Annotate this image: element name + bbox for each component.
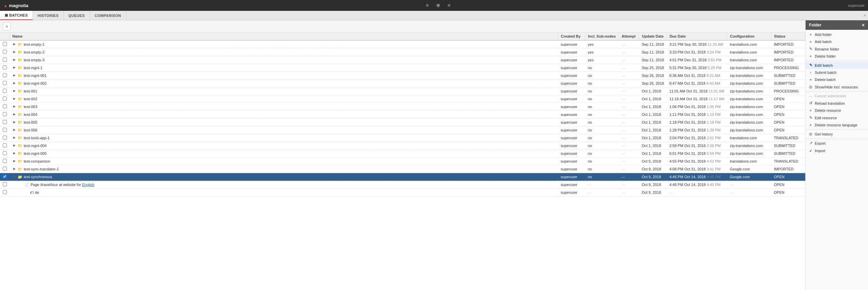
col-header-due[interactable]: Due Date — [667, 33, 727, 40]
table-row[interactable]: ▶📁test-comparisonsuperuserno—Oct 5, 2018… — [0, 158, 805, 165]
row-attempt: — — [619, 56, 639, 64]
table-row[interactable]: ▶📁test-006superuserno—Oct 1, 20181:28 PM… — [0, 126, 805, 134]
tab-close[interactable]: × — [863, 11, 868, 20]
expand-button[interactable]: ▶ — [12, 42, 16, 46]
row-checkbox[interactable] — [3, 42, 7, 46]
row-checkbox[interactable] — [3, 81, 7, 85]
row-checkbox[interactable] — [3, 167, 7, 171]
tab-histories[interactable]: HISTORIES — [33, 11, 64, 20]
menu-item-get-history[interactable]: ◎Get history — [806, 130, 868, 138]
tools-icon[interactable]: ✳ — [425, 3, 429, 8]
expand-button[interactable]: ▶ — [12, 128, 16, 132]
expand-button[interactable]: ▶ — [12, 167, 16, 171]
menu-item-add-batch[interactable]: +Add batch — [806, 38, 868, 45]
table-row[interactable]: ▶📁test-sync-translator-1superuserno—Oct … — [0, 165, 805, 173]
row-checkbox[interactable] — [3, 65, 7, 69]
table-row[interactable]: ▶📁test-mgnl-001superuserno—Sep 26, 20188… — [0, 72, 805, 80]
table-row[interactable]: 🏷desuperuser——Oct 9, 2018——OPEN — [0, 189, 805, 196]
col-header-name[interactable]: Name — [9, 33, 558, 40]
menu-item-delete-resource-language[interactable]: ×Delete resource language — [806, 122, 868, 129]
asterisk-icon[interactable]: ✳ — [447, 3, 451, 8]
row-status: OPEN — [771, 103, 805, 111]
col-header-created[interactable]: Created By — [558, 33, 585, 40]
expand-button[interactable]: ▶ — [12, 144, 16, 148]
row-checkbox[interactable] — [3, 159, 7, 163]
menu-item-delete-batch[interactable]: ×Delete batch — [806, 76, 868, 83]
row-checkbox[interactable] — [3, 174, 7, 179]
row-checkbox[interactable] — [3, 73, 7, 77]
due-time2: 2:01 PM — [707, 136, 721, 140]
menu-item-edit-resource[interactable]: ✎Edit resource — [806, 114, 868, 122]
table-row[interactable]: ▶📁test-mgnl-1superuserno—Sep 25, 20185:3… — [0, 64, 805, 72]
expand-button[interactable]: ▶ — [12, 97, 16, 101]
expand-button[interactable]: ▶ — [12, 136, 16, 140]
row-checkbox[interactable] — [3, 97, 7, 101]
menu-item-delete-resource[interactable]: ×Delete resource — [806, 107, 868, 114]
add-item-button[interactable]: + — [3, 22, 11, 30]
menu-item-add-folder[interactable]: +Add folder — [806, 31, 868, 38]
row-checkbox[interactable] — [3, 112, 7, 116]
flower-icon[interactable]: ✾ — [436, 3, 440, 8]
col-header-config[interactable]: Configuration — [727, 33, 771, 40]
row-checkbox[interactable] — [3, 104, 7, 108]
table-row[interactable]: ▶📁test-001superuserno—Oct 1, 201811:01 A… — [0, 87, 805, 95]
menu-item-submit-batch[interactable]: ↑Submit batch — [806, 69, 868, 76]
col-header-update[interactable]: Update Date — [639, 33, 667, 40]
table-row[interactable]: ▶📁test-mgnl-002superuserno—Sep 26, 20188… — [0, 80, 805, 87]
table-row[interactable]: ▶📁test-empty-2superuseryes—Sep 11, 20183… — [0, 48, 805, 56]
row-checkbox[interactable] — [3, 128, 7, 132]
row-checkbox[interactable] — [3, 143, 7, 147]
menu-item-delete-folder[interactable]: ×Delete folder — [806, 53, 868, 60]
tab-batches[interactable]: ▦ BATCHES — [0, 11, 33, 20]
table-row[interactable]: ▶📁test-002superuserno—Oct 1, 201811:18 A… — [0, 95, 805, 103]
expand-button[interactable]: ▶ — [12, 89, 16, 93]
menu-item-rename-folder[interactable]: ✎Rename folder — [806, 45, 868, 53]
expand-button[interactable]: ▶ — [12, 105, 16, 109]
row-update-date: Sep 26, 2018 — [639, 80, 667, 87]
row-checkbox[interactable] — [3, 50, 7, 54]
table-row[interactable]: ▶📁test-mgnl-004superuserno—Oct 1, 20182:… — [0, 142, 805, 150]
menu-item-export[interactable]: ↗Export — [806, 140, 868, 147]
row-checkbox[interactable] — [3, 58, 7, 62]
table-row[interactable]: ▶📁test-004superuserno—Oct 1, 20181:11 PM… — [0, 111, 805, 119]
table-row[interactable]: ▶📁test-005superuserno—Oct 1, 20181:18 PM… — [0, 119, 805, 126]
row-checkbox[interactable] — [3, 120, 7, 124]
row-checkbox[interactable] — [3, 182, 7, 186]
row-checkbox[interactable] — [3, 151, 7, 155]
menu-item-reload-translation[interactable]: ↺Reload translation — [806, 100, 868, 107]
tab-comparison[interactable]: COMPARISON — [90, 11, 126, 20]
expand-button[interactable]: ▶ — [12, 151, 16, 156]
row-incl-sub: no — [585, 126, 619, 134]
menu-item-show-hide-incl[interactable]: ◎Show/Hide incl. resources — [806, 83, 868, 91]
menu-item-edit-batch[interactable]: ✎Edit batch — [806, 62, 868, 69]
table-row[interactable]: ▶📁test-empty-3superuseryes—Sep 11, 20184… — [0, 56, 805, 64]
expand-button[interactable]: ▶ — [12, 159, 16, 163]
table-row[interactable]: ▶📁test-empty-1superuseryes—Sep 11, 20183… — [0, 40, 805, 48]
col-header-status[interactable]: Status — [771, 33, 805, 40]
tab-queues[interactable]: QUEUES — [64, 11, 90, 20]
row-checkbox[interactable] — [3, 136, 7, 140]
row-checkbox[interactable] — [3, 190, 7, 194]
logo: ▲ magnolia — [3, 3, 28, 8]
expand-button[interactable]: ▶ — [12, 112, 16, 117]
table-row[interactable]: ▶📁test-003superuserno—Oct 1, 20181:06 PM… — [0, 103, 805, 111]
expand-button[interactable]: ▶ — [12, 120, 16, 124]
expand-button[interactable]: ▶ — [12, 50, 16, 54]
expand-button[interactable] — [24, 190, 28, 194]
table-row[interactable]: ▼📁test-synchronoussuperuserno—Oct 9, 201… — [0, 173, 805, 181]
row-config: zip-translations.com — [727, 150, 771, 158]
col-header-attempt[interactable]: Attempt — [619, 33, 639, 40]
panel-close-button[interactable]: × — [862, 22, 865, 28]
table-row[interactable]: 📄Page /travel/tour at website for Englis… — [0, 181, 805, 189]
table-row[interactable]: ▶📁test-tools-app-1superuserno—Oct 1, 201… — [0, 134, 805, 142]
table-row[interactable]: ▶📁test-mgnl-005superuserno—Oct 1, 20186:… — [0, 150, 805, 158]
expand-button[interactable]: ▶ — [12, 58, 16, 62]
row-checkbox[interactable] — [3, 89, 7, 93]
expand-button[interactable]: ▶ — [12, 74, 16, 78]
col-header-sub[interactable]: Incl. Sub-nodes — [585, 33, 619, 40]
expand-button[interactable]: ▶ — [12, 66, 16, 70]
expand-button[interactable]: ▼ — [12, 175, 16, 179]
menu-item-import[interactable]: ↙Import — [806, 147, 868, 154]
expand-button[interactable] — [19, 183, 23, 187]
expand-button[interactable]: ▶ — [12, 81, 16, 85]
